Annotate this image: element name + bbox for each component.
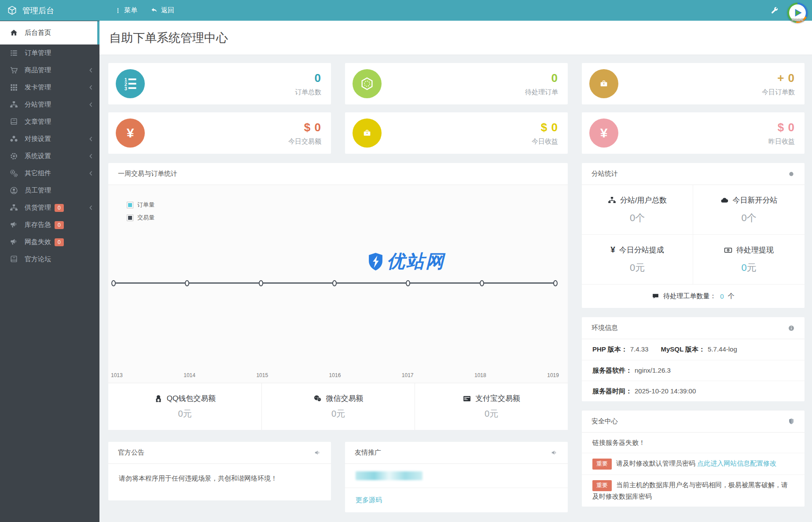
gears-icon	[10, 169, 18, 178]
chart-panel: 一周交易与订单统计 订单量交易量	[108, 163, 568, 430]
env-info-pair: PHP 版本：7.4.33	[592, 345, 648, 354]
sidebar-item-订单管理[interactable]: 订单管理	[0, 44, 99, 62]
stat-icon-circle: 123	[116, 69, 145, 98]
angle-left-icon	[88, 170, 94, 177]
env-rows: PHP 版本：7.4.33MySQL 版本：5.7.44-log服务器软件：ng…	[582, 339, 805, 401]
sidebar-item-label: 库存告急	[25, 221, 51, 229]
sidebar-item-对接设置[interactable]: 对接设置	[0, 130, 99, 148]
stat-icon-circle: ¥	[116, 118, 145, 148]
menu-button[interactable]: 菜单	[108, 0, 144, 21]
brand: 管理后台	[0, 0, 99, 21]
cloud-icon	[720, 196, 729, 204]
data-point-marker	[480, 280, 484, 286]
footer-stat-label: 支付宝交易额	[475, 393, 520, 404]
main: 自助下单系统管理中心 1230订单总数0待处理订单+ 0今日订单数¥$ 0今日交…	[99, 21, 812, 522]
sidebar-item-官方论坛[interactable]: 官方论坛	[0, 251, 99, 268]
more-source-link[interactable]: 更多源码	[356, 496, 382, 504]
tickets-unit: 个	[728, 292, 735, 300]
legend-item-订单量[interactable]: 订单量	[127, 201, 154, 209]
env-info-pair: 服务器软件：nginx/1.26.3	[592, 367, 671, 375]
logo-caption: 腾讯视频	[787, 18, 808, 22]
security-warning-row: 链接服务器失败！	[582, 433, 805, 453]
wrench-icon[interactable]	[770, 6, 779, 15]
footer-stat-value: 0元	[331, 408, 345, 420]
gear-icon	[10, 152, 18, 160]
blurred-promo-link[interactable]	[356, 471, 423, 480]
grid-icon	[10, 83, 18, 92]
footer-stat-微信交易额: 微信交易额0元	[261, 383, 415, 430]
sidebar-item-label: 发卡管理	[25, 83, 51, 92]
brand-title: 管理后台	[22, 5, 54, 16]
substation-panel-header: 分站统计	[582, 163, 805, 185]
substation-cell-今日分站提成: ¥今日分站提成0元	[582, 235, 693, 285]
sidebar-item-文章管理[interactable]: 文章管理	[0, 113, 99, 130]
sidebar-item-网盘失效[interactable]: 网盘失效0	[0, 233, 99, 251]
env-title: 环境信息	[592, 324, 618, 332]
angle-left-icon	[88, 84, 94, 91]
angle-left-icon	[88, 136, 94, 142]
env-panel: 环境信息 PHP 版本：7.4.33MySQL 版本：5.7.44-lo	[582, 317, 805, 401]
sidebar-item-后台首页[interactable]: 后台首页	[0, 21, 99, 44]
content: 1230订单总数0待处理订单+ 0今日订单数¥$ 0今日交易额$ 0今日收益¥$…	[99, 55, 812, 512]
list-icon	[10, 49, 18, 57]
sidebar-item-发卡管理[interactable]: 发卡管理	[0, 79, 99, 96]
sidebar-item-员工管理[interactable]: 员工管理	[0, 182, 99, 199]
tickets-count: 0	[720, 292, 724, 300]
stat-label: 订单总数	[295, 88, 321, 96]
yen-icon: ¥	[600, 126, 608, 141]
data-point-marker	[332, 280, 337, 286]
back-button[interactable]: 返回	[144, 0, 181, 21]
stat-value: $ 0	[532, 121, 558, 134]
important-badge: 重要	[592, 459, 612, 470]
cart-icon	[10, 66, 18, 74]
substation-panel: 分站统计 分站/用户总数0个今日新开分站0个¥今日分站提成0元1待处理提现0元	[582, 163, 805, 308]
angle-left-icon	[88, 101, 94, 108]
substation-cell-分站/用户总数: 分站/用户总数0个	[582, 185, 693, 235]
briefcase-icon	[599, 79, 608, 88]
env-info-row: 服务器时间：2025-10-20 14:39:00	[582, 381, 805, 401]
sidebar-item-商品管理[interactable]: 商品管理	[0, 62, 99, 79]
sitemap-icon	[10, 100, 18, 109]
legend-item-交易量[interactable]: 交易量	[127, 214, 154, 222]
tencent-video-logo[interactable]: 腾讯视频	[787, 3, 808, 23]
security-title: 安全中心	[592, 417, 618, 426]
config-link[interactable]: 点此进入网站信息配置修改	[697, 459, 776, 467]
stat-label: 今日交易额	[288, 137, 321, 146]
sidebar-item-库存告急[interactable]: 库存告急0	[0, 216, 99, 233]
shield-logo-icon	[367, 252, 384, 271]
wechat-icon	[313, 394, 322, 403]
security-warning-text: 链接服务器失败！	[592, 439, 645, 446]
sidebar-item-label: 系统设置	[25, 152, 51, 160]
footer-stat-label: 微信交易额	[326, 393, 364, 404]
book-icon	[10, 255, 18, 263]
cube-icon	[7, 5, 17, 15]
promo-panel: 友情推广	[345, 442, 568, 512]
notice-panel-header: 官方公告	[108, 442, 331, 464]
substation-cell-待处理提现: 1待处理提现0元	[693, 235, 805, 285]
watermark: 优站网	[367, 249, 445, 274]
chart-legend: 订单量交易量	[127, 201, 154, 222]
hexagon-icon	[360, 76, 375, 91]
left-column: 一周交易与订单统计 订单量交易量	[108, 163, 568, 512]
angle-left-icon	[88, 67, 94, 74]
sidebar-item-其它组件[interactable]: 其它组件	[0, 165, 99, 182]
bullhorn-icon	[10, 238, 18, 246]
dot-icon	[788, 170, 795, 178]
x-tick-label: 1015	[256, 372, 268, 378]
data-point-marker	[111, 280, 116, 286]
x-tick-label: 1018	[474, 372, 486, 378]
topbar-right: 腾讯视频	[770, 0, 812, 21]
alipay-icon	[463, 394, 471, 403]
book-icon	[10, 118, 18, 126]
sidebar-item-label: 分站管理	[25, 100, 51, 109]
sidebar-item-分站管理[interactable]: 分站管理	[0, 96, 99, 113]
sidebar-item-供货管理[interactable]: 供货管理0	[0, 199, 99, 216]
x-axis-labels: 1013101410151016101710181019	[111, 372, 559, 378]
chart-markers	[111, 280, 558, 286]
stat-card-今日交易额: ¥$ 0今日交易额	[108, 112, 331, 154]
sidebar-item-label: 订单管理	[25, 49, 51, 57]
sidebar-item-系统设置[interactable]: 系统设置	[0, 148, 99, 165]
env-info-pair: 服务器时间：2025-10-20 14:39:00	[592, 387, 696, 396]
substation-cell-label: 今日分站提成	[619, 245, 664, 255]
footer-stat-QQ钱包交易额: QQ钱包交易额0元	[108, 383, 261, 430]
